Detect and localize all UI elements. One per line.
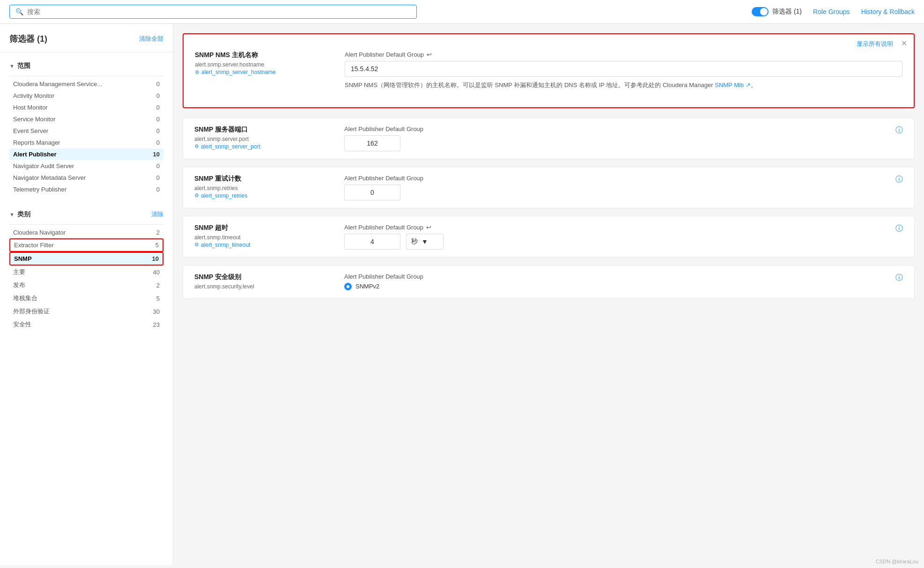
timeout-rollback-icon: ↩	[426, 224, 431, 231]
snmp-security-row: SNMP 安全级别 alert.snmp.security.level Aler…	[183, 266, 914, 298]
category-section-header[interactable]: ▼ 类别	[9, 207, 30, 222]
sidebar-header: 筛选器 (1) 清除全部	[0, 33, 173, 52]
snmp-timeout-key-link[interactable]: ⚙ alert_snmp_timeout	[194, 242, 325, 248]
show-desc-link[interactable]: 显示所有说明	[857, 40, 893, 48]
rollback-arrow-icon: ↩	[427, 51, 432, 58]
close-button[interactable]: ✕	[901, 39, 907, 48]
snmp-port-key-link[interactable]: ⚙ alert_snmp_server_port	[194, 143, 325, 150]
sidebar-item-event-server[interactable]: Event Server 0	[9, 125, 163, 137]
snmp-security-label-col: SNMP 安全级别 alert.snmp.security.level	[194, 273, 325, 291]
sidebar-item-activity-monitor[interactable]: Activity Monitor 0	[9, 90, 163, 102]
sidebar-item-reports-manager[interactable]: Reports Manager 0	[9, 137, 163, 148]
scope-chevron-icon: ▼	[9, 63, 15, 69]
snmp-retries-group-label: Alert Publisher Default Group	[344, 175, 877, 182]
snmp-security-radio-group[interactable]: SNMPv2	[344, 283, 877, 290]
unit-chevron-icon: ▼	[421, 238, 428, 245]
snmp-timeout-group-label: Alert Publisher Default Group ↩	[344, 224, 877, 231]
snmp-retries-info-icon[interactable]: ⓘ	[895, 175, 903, 184]
sidebar-item-cloudera-navigator[interactable]: Cloudera Navigator 2	[9, 227, 163, 238]
gear-icon: ⚙	[195, 69, 200, 75]
filter-label: 筛选器 (1)	[772, 7, 802, 16]
gear-icon: ⚙	[194, 192, 199, 199]
snmp-retries-key: alert.snmp.retries	[194, 185, 325, 192]
snmp-port-name: SNMP 服务器端口	[194, 125, 325, 134]
snmp-port-info-icon[interactable]: ⓘ	[895, 125, 903, 135]
sidebar-item-main[interactable]: 主要 40	[9, 266, 163, 279]
snmpv2-radio[interactable]	[344, 283, 352, 290]
snmp-security-value-col: Alert Publisher Default Group SNMPv2	[344, 273, 877, 290]
snmp-hostname-label-col: SNMP NMS 主机名称 alert.snmp.server.hostname…	[195, 51, 326, 75]
snmp-retries-key-link[interactable]: ⚙ alert_snmp_retries	[194, 192, 325, 199]
snmp-hostname-panel: 显示所有说明 ✕ SNMP NMS 主机名称 alert.snmp.server…	[183, 33, 915, 108]
sidebar-item-host-monitor[interactable]: Host Monitor 0	[9, 102, 163, 113]
snmp-retries-input[interactable]	[344, 184, 400, 200]
search-icon: 🔍	[15, 8, 23, 15]
snmp-timeout-info-icon[interactable]: ⓘ	[895, 224, 903, 234]
snmp-security-card: SNMP 安全级别 alert.snmp.security.level Aler…	[183, 265, 915, 299]
gear-icon: ⚙	[194, 143, 199, 149]
sidebar-item-alert-publisher[interactable]: Alert Publisher 10	[9, 148, 163, 160]
sidebar-item-external-auth[interactable]: 外部身份验证 30	[9, 305, 163, 318]
snmp-timeout-card: SNMP 超时 alert.snmp.timeout ⚙ alert_snmp_…	[183, 216, 915, 258]
sidebar-item-stack-collection[interactable]: 堆栈集合 5	[9, 292, 163, 305]
gear-icon: ⚙	[194, 242, 199, 248]
snmp-timeout-input[interactable]	[344, 234, 400, 250]
snmp-port-card: SNMP 服务器端口 alert.snmp.server.port ⚙ aler…	[183, 118, 915, 159]
snmp-security-info-icon[interactable]: ⓘ	[895, 273, 903, 283]
snmp-mib-link[interactable]: SNMP Mib ↗	[715, 81, 751, 89]
snmp-security-group-label: Alert Publisher Default Group	[344, 273, 877, 280]
history-rollback-link[interactable]: History & Rollback	[861, 8, 915, 15]
role-groups-link[interactable]: Role Groups	[813, 8, 850, 15]
sidebar-item-navigator-metadata[interactable]: Navigator Metadata Server 0	[9, 172, 163, 184]
filter-toggle-switch[interactable]	[752, 7, 769, 16]
snmp-hostname-group-label: Alert Publisher Default Group ↩	[345, 51, 902, 58]
snmp-hostname-row: SNMP NMS 主机名称 alert.snmp.server.hostname…	[195, 44, 902, 98]
scope-section-label: 范围	[17, 62, 30, 70]
snmp-security-key: alert.snmp.security.level	[194, 283, 325, 290]
snmp-hostname-name: SNMP NMS 主机名称	[195, 51, 326, 59]
category-chevron-icon: ▼	[9, 212, 15, 217]
snmp-security-name: SNMP 安全级别	[194, 273, 325, 281]
snmp-timeout-key: alert.snmp.timeout	[194, 234, 325, 241]
sidebar-item-security[interactable]: 安全性 23	[9, 318, 163, 331]
snmp-retries-label-col: SNMP 重试计数 alert.snmp.retries ⚙ alert_snm…	[194, 175, 325, 199]
snmp-timeout-value-col: Alert Publisher Default Group ↩ 秒 ▼	[344, 224, 877, 250]
snmp-timeout-unit-select[interactable]: 秒 ▼	[406, 234, 444, 250]
search-box[interactable]: 🔍	[9, 5, 417, 19]
sidebar-item-publish[interactable]: 发布 2	[9, 279, 163, 292]
scope-section-header[interactable]: ▼ 范围	[9, 58, 163, 74]
snmp-port-input[interactable]	[344, 135, 400, 151]
content-area: 显示所有说明 ✕ SNMP NMS 主机名称 alert.snmp.server…	[173, 24, 924, 565]
snmp-hostname-input[interactable]	[345, 61, 902, 77]
sidebar-item-service-monitor[interactable]: Service Monitor 0	[9, 113, 163, 125]
snmp-hostname-key: alert.snmp.server.hostname	[195, 61, 326, 68]
snmp-hostname-value-col: Alert Publisher Default Group ↩ SNMP NMS…	[345, 51, 902, 90]
snmp-port-value-col: Alert Publisher Default Group	[344, 125, 877, 151]
snmp-hostname-inner: SNMP NMS 主机名称 alert.snmp.server.hostname…	[184, 34, 914, 107]
snmp-port-row: SNMP 服务器端口 alert.snmp.server.port ⚙ aler…	[183, 118, 914, 159]
snmp-timeout-unit-value: 秒	[411, 237, 418, 246]
snmp-timeout-row: SNMP 超时 alert.snmp.timeout ⚙ alert_snmp_…	[183, 216, 914, 257]
sidebar-item-extractor-filter[interactable]: Extractor Filter 5	[9, 238, 163, 252]
sidebar-item-navigator-audit[interactable]: Navigator Audit Server 0	[9, 160, 163, 172]
snmp-hostname-key-link[interactable]: ⚙ alert_snmp_server_hostname	[195, 69, 326, 75]
snmp-timeout-name: SNMP 超时	[194, 224, 325, 232]
sidebar-item-telemetry[interactable]: Telemetry Publisher 0	[9, 184, 163, 195]
scope-section: ▼ 范围 Cloudera Management Service... 0 Ac…	[0, 52, 173, 195]
sidebar-item-snmp[interactable]: SNMP 10	[9, 252, 163, 266]
filter-toggle[interactable]: 筛选器 (1)	[752, 7, 802, 16]
snmp-hostname-description: SNMP NMS（网络管理软件）的主机名称。可以是监听 SNMP 补漏和通知主机…	[345, 81, 902, 90]
scope-divider	[9, 76, 163, 76]
main-layout: 筛选器 (1) 清除全部 ▼ 范围 Cloudera Management Se…	[0, 24, 924, 565]
sidebar: 筛选器 (1) 清除全部 ▼ 范围 Cloudera Management Se…	[0, 24, 173, 565]
snmp-retries-value-col: Alert Publisher Default Group	[344, 175, 877, 200]
category-section: ▼ 类别 清除 Cloudera Navigator 2 Extractor F…	[0, 201, 173, 331]
snmp-retries-card: SNMP 重试计数 alert.snmp.retries ⚙ alert_snm…	[183, 167, 915, 208]
snmp-timeout-value-row: 秒 ▼	[344, 234, 877, 250]
snmp-timeout-label-col: SNMP 超时 alert.snmp.timeout ⚙ alert_snmp_…	[194, 224, 325, 248]
category-clear-button[interactable]: 清除	[151, 210, 163, 219]
clear-all-button[interactable]: 清除全部	[139, 35, 163, 43]
search-input[interactable]	[27, 8, 411, 15]
sidebar-item-cloudera-mgmt[interactable]: Cloudera Management Service... 0	[9, 78, 163, 90]
snmpv2-label: SNMPv2	[355, 283, 379, 290]
